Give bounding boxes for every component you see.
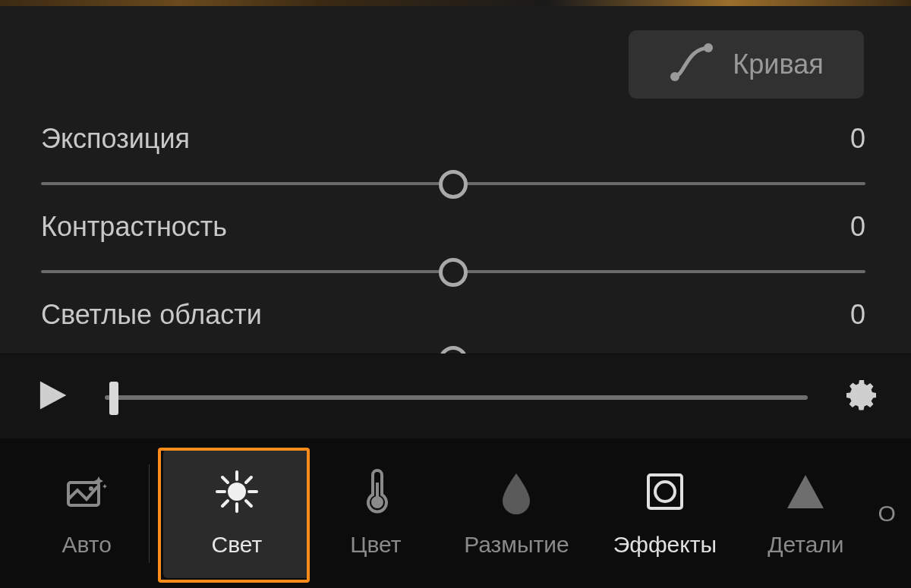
toolbar-divider [149, 464, 150, 563]
triangle-icon [783, 469, 828, 520]
svg-point-17 [655, 482, 675, 502]
tab-color[interactable]: Цвет [310, 449, 441, 578]
svg-line-10 [222, 477, 228, 483]
svg-line-13 [222, 501, 228, 506]
sun-icon [214, 469, 260, 520]
slider-thumb[interactable] [439, 258, 468, 287]
svg-marker-18 [787, 475, 824, 508]
tab-label: Цвет [350, 532, 401, 558]
slider-value: 0 [850, 299, 865, 331]
slider-thumb[interactable] [439, 170, 468, 199]
tab-blur[interactable]: Размытие [442, 449, 592, 578]
svg-line-12 [246, 477, 251, 483]
timeline-knob[interactable] [109, 382, 118, 415]
svg-marker-2 [40, 381, 67, 409]
timeline-bar [0, 354, 911, 439]
tab-partial-cut[interactable]: О [873, 449, 911, 578]
tab-label: Свет [212, 532, 263, 558]
slider-label: Экспозиция [41, 123, 190, 155]
tab-label: Эффекты [613, 532, 717, 558]
tab-label: Размытие [464, 532, 569, 558]
effects-icon [642, 469, 688, 520]
curve-icon [669, 39, 714, 91]
slider-label: Контрастность [41, 211, 227, 243]
svg-rect-16 [648, 475, 682, 508]
tab-label: Авто [62, 532, 112, 558]
tab-auto[interactable]: Авто [30, 449, 143, 578]
timeline-track[interactable] [105, 379, 808, 415]
svg-point-0 [670, 72, 679, 81]
tab-effects[interactable]: Эффекты [591, 449, 738, 578]
svg-line-11 [246, 501, 251, 506]
slider-label: Светлые области [41, 299, 262, 331]
tab-detail[interactable]: Детали [738, 449, 873, 578]
curve-button-label: Кривая [733, 49, 823, 80]
drop-icon [493, 469, 539, 520]
curve-button[interactable]: Кривая [629, 30, 864, 99]
tab-label: Детали [768, 532, 843, 558]
svg-point-4 [89, 486, 93, 491]
slider-contrast[interactable]: Контрастность 0 [41, 211, 865, 291]
slider-value: 0 [850, 211, 865, 243]
image-preview-strip [0, 0, 911, 6]
tab-label: О [878, 501, 895, 527]
svg-point-5 [229, 484, 244, 499]
auto-icon [64, 469, 109, 520]
slider-exposure[interactable]: Экспозиция 0 [41, 123, 865, 203]
bottom-toolbar: Авто Свет Цвет Размытие Эффекты Детали О [0, 439, 911, 588]
play-icon[interactable] [35, 378, 70, 416]
thermometer-icon [353, 469, 399, 520]
tab-light[interactable]: Свет [163, 449, 310, 578]
svg-point-1 [704, 43, 713, 52]
slider-highlights[interactable]: Светлые области 0 [41, 299, 865, 354]
slider-thumb[interactable] [439, 346, 468, 354]
gear-icon[interactable] [843, 376, 881, 417]
adjustments-panel: Кривая Экспозиция 0 Контрастность 0 Свет… [0, 6, 911, 354]
slider-value: 0 [850, 123, 865, 155]
